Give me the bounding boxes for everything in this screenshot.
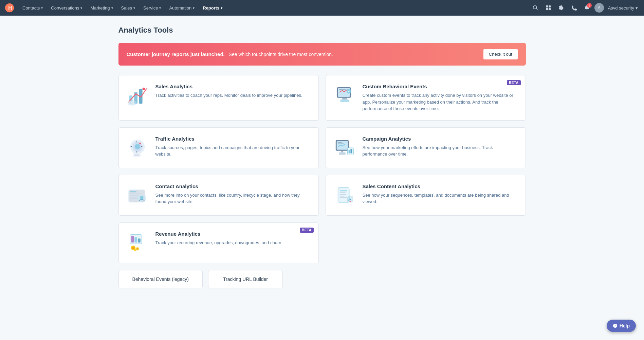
- banner-bold: Customer journey reports just launched.: [127, 51, 225, 57]
- banner-sub: See which touchpoints drive the most con…: [229, 52, 333, 57]
- svg-point-59: [136, 248, 139, 250]
- sales-content-analytics-body: Sales Content Analytics See how your seq…: [363, 183, 517, 205]
- user-caret-icon: ▾: [636, 5, 638, 11]
- svg-rect-53: [131, 236, 134, 242]
- traffic-analytics-body: Traffic Analytics Track sources, pages, …: [155, 136, 310, 158]
- sales-content-analytics-card[interactable]: Sales Content Analytics See how your seq…: [326, 175, 526, 216]
- svg-rect-35: [350, 148, 352, 153]
- svg-rect-31: [341, 150, 343, 152]
- marketplace-icon[interactable]: [543, 2, 554, 13]
- analytics-cards-grid: Sales Analytics Track activities to coac…: [118, 75, 526, 216]
- svg-rect-21: [136, 151, 136, 153]
- help-button[interactable]: Help: [607, 320, 636, 332]
- banner-text: Customer journey reports just launched. …: [127, 51, 483, 57]
- sales-analytics-desc: Track activities to coach your reps. Mon…: [155, 92, 310, 99]
- campaign-analytics-body: Campaign Analytics See how your marketin…: [363, 136, 517, 158]
- page-title: Analytics Tools: [118, 26, 526, 35]
- nav-service[interactable]: Service ▾: [140, 0, 164, 16]
- user-menu[interactable]: Asvd security ▾: [606, 5, 640, 11]
- campaign-analytics-title: Campaign Analytics: [363, 136, 517, 142]
- svg-rect-29: [337, 142, 342, 143]
- sales-content-analytics-desc: See how your sequences, templates, and d…: [363, 192, 517, 205]
- svg-point-51: [349, 201, 351, 202]
- sales-content-analytics-title: Sales Content Analytics: [363, 183, 517, 189]
- svg-rect-14: [342, 98, 347, 100]
- nav-reports[interactable]: Reports ▾: [199, 0, 226, 16]
- contact-analytics-body: Contact Analytics See more info on your …: [155, 183, 310, 205]
- revenue-analytics-title: Revenue Analytics: [155, 231, 310, 237]
- campaign-analytics-desc: See how your marketing efforts are impac…: [363, 144, 517, 158]
- revenue-analytics-icon: [126, 231, 149, 255]
- custom-behavioral-events-body: Custom Behavioral Events Create custom e…: [363, 84, 517, 112]
- custom-behavioral-events-icon: [333, 84, 356, 107]
- svg-rect-37: [130, 191, 136, 192]
- svg-rect-26: [134, 154, 140, 156]
- svg-rect-15: [340, 100, 349, 102]
- bottom-actions: Behavioral Events (legacy) Tracking URL …: [118, 270, 526, 288]
- revenue-analytics-beta-badge: BETA: [300, 228, 313, 233]
- svg-rect-3: [546, 8, 548, 10]
- custom-behavioral-events-card[interactable]: Custom Behavioral Events Create custom e…: [326, 75, 526, 121]
- settings-icon[interactable]: [556, 2, 567, 13]
- nav-marketing[interactable]: Marketing ▾: [87, 0, 116, 16]
- svg-rect-49: [339, 197, 347, 198]
- nav-conversations[interactable]: Conversations ▾: [48, 0, 86, 16]
- nav-sales[interactable]: Sales ▾: [118, 0, 139, 16]
- hubspot-logo[interactable]: [4, 2, 15, 13]
- behavioral-events-legacy-button[interactable]: Behavioral Events (legacy): [118, 270, 203, 288]
- svg-rect-4: [549, 8, 551, 10]
- nav-icons-group: 1 A Asvd security ▾: [530, 2, 640, 13]
- sales-analytics-body: Sales Analytics Track activities to coac…: [155, 84, 310, 99]
- help-icon: [613, 323, 618, 328]
- marketing-caret-icon: ▾: [111, 6, 113, 10]
- contacts-caret-icon: ▾: [41, 6, 43, 10]
- svg-rect-45: [339, 190, 347, 191]
- svg-rect-54: [134, 237, 137, 243]
- traffic-analytics-desc: Track sources, pages, topics and campaig…: [155, 144, 310, 158]
- revenue-analytics-desc: Track your recurring revenue, upgrades, …: [155, 239, 310, 246]
- sales-analytics-card[interactable]: Sales Analytics Track activities to coac…: [118, 75, 319, 121]
- svg-rect-2: [549, 5, 551, 7]
- svg-rect-23: [141, 146, 142, 147]
- sales-analytics-icon: [126, 84, 149, 107]
- svg-rect-46: [339, 192, 345, 193]
- contact-analytics-card[interactable]: Contact Analytics See more info on your …: [118, 175, 319, 216]
- svg-rect-30: [337, 143, 344, 144]
- nav-automation[interactable]: Automation ▾: [166, 0, 198, 16]
- campaign-analytics-icon: [333, 136, 356, 160]
- service-caret-icon: ▾: [159, 6, 161, 10]
- traffic-analytics-card[interactable]: Traffic Analytics Track sources, pages, …: [118, 127, 319, 168]
- contact-analytics-desc: See more info on your contacts, like cou…: [155, 192, 310, 205]
- check-it-out-button[interactable]: Check it out: [483, 49, 518, 59]
- user-avatar[interactable]: A: [594, 3, 604, 13]
- conversations-caret-icon: ▾: [80, 6, 82, 10]
- svg-rect-22: [130, 146, 132, 147]
- revenue-analytics-card[interactable]: Revenue Analytics Track your recurring r…: [118, 222, 319, 263]
- svg-rect-9: [127, 101, 133, 105]
- sales-analytics-title: Sales Analytics: [155, 84, 310, 89]
- phone-icon[interactable]: [569, 2, 579, 13]
- svg-rect-1: [546, 5, 548, 7]
- svg-rect-34: [348, 150, 350, 153]
- search-button[interactable]: [530, 2, 541, 13]
- svg-point-19: [135, 144, 140, 149]
- traffic-analytics-icon: [126, 136, 149, 160]
- promo-banner: Customer journey reports just launched. …: [118, 43, 526, 66]
- svg-rect-39: [130, 195, 139, 196]
- contact-analytics-icon: [126, 183, 149, 207]
- svg-point-16: [346, 89, 351, 94]
- reports-caret-icon: ▾: [221, 6, 222, 10]
- tracking-url-builder-button[interactable]: Tracking URL Builder: [208, 270, 283, 288]
- automation-caret-icon: ▾: [193, 6, 195, 10]
- svg-rect-20: [136, 141, 136, 142]
- nav-contacts[interactable]: Contacts ▾: [19, 0, 46, 16]
- sales-content-analytics-icon: [333, 183, 356, 207]
- campaign-analytics-card[interactable]: Campaign Analytics See how your marketin…: [326, 127, 526, 168]
- svg-point-24: [139, 142, 141, 144]
- notifications-button[interactable]: 1: [582, 2, 592, 13]
- svg-rect-38: [130, 193, 140, 194]
- svg-rect-40: [130, 196, 137, 197]
- sales-caret-icon: ▾: [133, 6, 135, 10]
- svg-point-57: [132, 246, 134, 249]
- notification-badge: 1: [587, 3, 592, 8]
